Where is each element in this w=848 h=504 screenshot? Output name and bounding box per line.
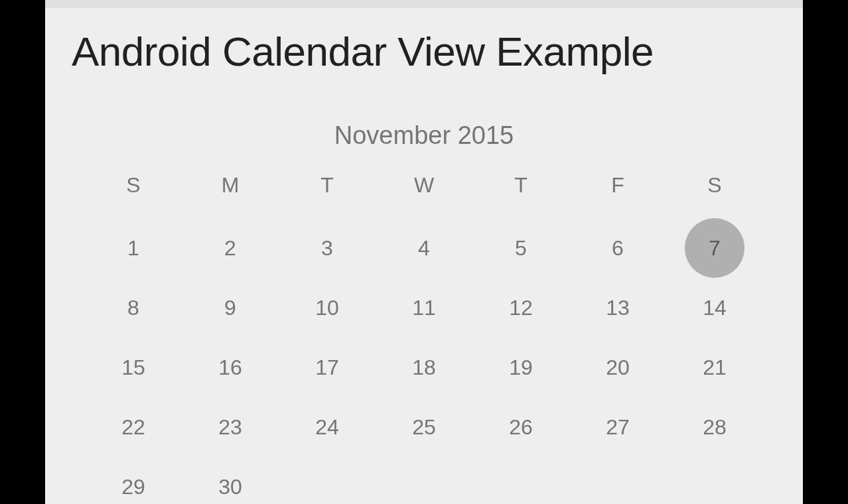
day-cell[interactable]: 23 [182,411,279,443]
app-container: Android Calendar View Example November 2… [45,0,803,504]
day-number: 12 [491,278,551,338]
day-number: 28 [685,397,744,457]
day-cell[interactable]: 27 [569,411,666,443]
day-cell[interactable]: 21 [666,351,763,383]
day-cell[interactable]: 12 [472,292,569,324]
day-cell-empty [569,471,666,503]
day-cell[interactable]: 4 [376,232,472,264]
day-number: 13 [588,278,648,338]
day-number: 19 [491,338,551,397]
day-cell[interactable]: 9 [182,292,279,324]
day-number: 15 [104,338,163,397]
day-number: 29 [104,457,163,504]
day-cell[interactable]: 5 [472,232,569,264]
day-cell-selected[interactable]: 7 [666,232,763,264]
day-cell[interactable]: 2 [182,232,279,264]
day-cell[interactable]: 3 [279,232,376,264]
day-cell[interactable]: 14 [666,292,763,324]
day-number: 27 [588,397,648,457]
day-number: 11 [394,278,454,338]
day-number: 21 [685,338,744,397]
day-cell[interactable]: 18 [376,351,472,383]
month-header[interactable]: November 2015 [85,121,763,150]
day-cell-empty [472,471,569,503]
day-number: 24 [297,397,357,457]
day-cell[interactable]: 26 [472,411,569,443]
day-cell[interactable]: 19 [472,351,569,383]
weekday-header-sat: S [666,173,763,204]
day-cell[interactable]: 11 [376,292,472,324]
day-cell[interactable]: 20 [569,351,666,383]
day-number: 6 [588,218,648,278]
day-number: 30 [200,457,260,504]
status-bar [45,0,803,8]
weekday-header-sun: S [85,173,182,204]
day-cell[interactable]: 22 [85,411,182,443]
day-cell[interactable]: 25 [376,411,472,443]
weekday-header-wed: W [376,173,472,204]
day-cell[interactable]: 1 [85,232,182,264]
day-number: 4 [394,218,454,278]
day-cell[interactable]: 28 [666,411,763,443]
day-number: 23 [200,397,260,457]
day-number: 5 [491,218,551,278]
day-cell-empty [279,471,376,503]
page-title: Android Calendar View Example [45,8,803,88]
day-number: 14 [685,278,744,338]
day-number: 8 [104,278,163,338]
day-number: 20 [588,338,648,397]
day-cell[interactable]: 13 [569,292,666,324]
day-number: 26 [491,397,551,457]
day-number: 1 [104,218,163,278]
day-number: 3 [297,218,357,278]
day-number: 7 [685,218,744,278]
calendar-view[interactable]: November 2015 S M T W T F S 1 2 3 4 5 6 … [45,88,803,503]
day-cell[interactable]: 6 [569,232,666,264]
day-cell-empty [376,471,472,503]
day-number: 25 [394,397,454,457]
day-number: 16 [200,338,260,397]
day-cell[interactable]: 17 [279,351,376,383]
weekday-header-thu: T [472,173,569,204]
weekday-header-mon: M [182,173,279,204]
day-cell[interactable]: 30 [182,471,279,503]
day-number: 9 [200,278,260,338]
day-number: 17 [297,338,357,397]
day-number: 18 [394,338,454,397]
day-cell[interactable]: 8 [85,292,182,324]
calendar-grid: S M T W T F S 1 2 3 4 5 6 7 8 9 10 11 12… [85,173,763,503]
weekday-header-fri: F [569,173,666,204]
day-cell[interactable]: 29 [85,471,182,503]
day-cell-empty [666,471,763,503]
day-cell[interactable]: 16 [182,351,279,383]
day-cell[interactable]: 24 [279,411,376,443]
day-cell[interactable]: 10 [279,292,376,324]
weekday-header-tue: T [279,173,376,204]
day-number: 22 [104,397,163,457]
day-cell[interactable]: 15 [85,351,182,383]
day-number: 10 [297,278,357,338]
day-number: 2 [200,218,260,278]
